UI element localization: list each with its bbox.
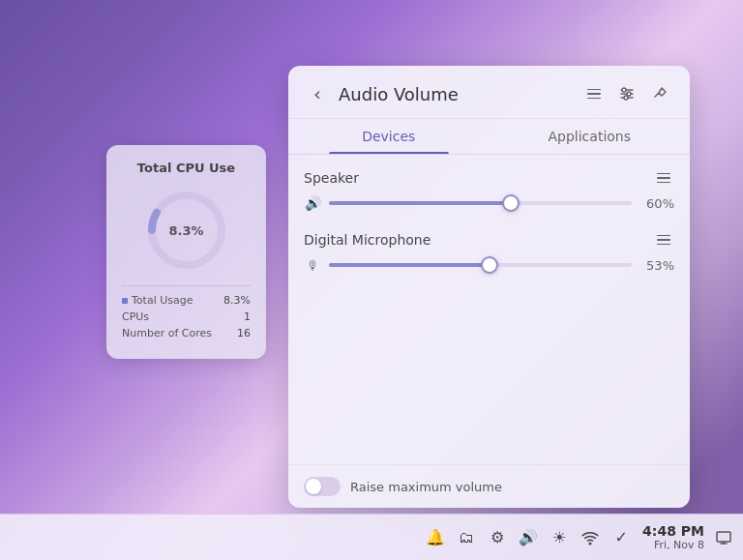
cpu-donut-container: 8.3% [122,187,251,274]
audio-devices-content: Speaker 🔊 60% [288,155,690,464]
taskbar-time: 4:48 PM [642,523,704,540]
speaker-slider-fill [329,201,511,205]
audio-volume-panel: Audio Volume [288,66,690,508]
microphone-name: Digital Microphone [304,232,431,248]
cpu-stats: Total Usage 8.3% CPUs 1 Number of Cores … [122,285,251,339]
total-usage-label: Total Usage [122,294,193,307]
audio-tabs: Devices Applications [288,119,690,155]
speaker-volume-percent: 60% [639,196,674,211]
svg-point-7 [624,96,628,100]
svg-rect-9 [717,532,730,542]
microphone-menu-icon [657,235,670,246]
speaker-slider-track [329,201,632,205]
speaker-slider-container[interactable] [329,193,632,213]
pin-button[interactable] [645,79,674,108]
cpus-value: 1 [244,310,251,323]
svg-point-8 [589,543,591,545]
tab-applications[interactable]: Applications [490,119,691,154]
audio-footer: Raise maximum volume [288,464,690,508]
audio-panel-header: Audio Volume [288,66,690,119]
speaker-name: Speaker [304,170,359,186]
microphone-slider-row: 🎙 53% [304,255,674,275]
cpu-widget-title: Total CPU Use [122,161,251,175]
speaker-menu-icon [657,173,670,184]
cpu-usage-label: 8.3% [168,223,203,238]
checkmark-icon[interactable]: ✓ [608,524,635,551]
microphone-volume-percent: 53% [639,258,674,273]
speaker-slider-row: 🔊 60% [304,193,674,213]
cpu-stat-row: CPUs 1 [122,310,251,323]
speaker-menu-button[interactable] [653,171,674,186]
speaker-slider-thumb[interactable] [502,194,520,212]
chevron-left-icon [313,82,321,105]
cpu-stat-row: Number of Cores 16 [122,327,251,339]
equalizer-button[interactable] [612,79,641,108]
svg-point-5 [622,88,626,92]
files-icon[interactable]: 🗂 [453,524,480,551]
speaker-icon: 🔊 [304,195,321,211]
audio-panel-title: Audio Volume [339,84,580,104]
taskbar-icons: 🔔 🗂 ⚙ 🔊 ☀ ✓ [422,524,635,551]
cores-label: Number of Cores [122,327,212,339]
toggle-knob [306,479,321,494]
taskbar-date: Fri, Nov 8 [654,539,704,551]
show-desktop-button[interactable] [712,522,735,553]
raise-volume-toggle[interactable] [304,477,341,496]
total-usage-value: 8.3% [223,294,251,307]
taskbar-clock[interactable]: 4:48 PM Fri, Nov 8 [642,523,704,552]
speaker-section: Speaker 🔊 60% [304,170,674,213]
cpus-label: CPUs [122,310,149,323]
brightness-icon[interactable]: ☀ [546,524,573,551]
microphone-icon: 🎙 [304,258,321,273]
cpu-widget: Total CPU Use 8.3% Total Usage 8.3% CPUs… [106,145,266,359]
speaker-header: Speaker [304,170,674,186]
hamburger-icon [587,89,601,100]
svg-point-6 [627,92,631,96]
microphone-section: Digital Microphone 🎙 53% [304,232,674,275]
microphone-header: Digital Microphone [304,232,674,248]
raise-volume-label: Raise maximum volume [350,480,502,494]
taskbar: 🔔 🗂 ⚙ 🔊 ☀ ✓ 4:48 PM Fri, Nov 8 [0,514,743,560]
notifications-icon[interactable]: 🔔 [422,524,449,551]
microphone-slider-track [329,263,632,267]
wifi-icon[interactable] [577,524,604,551]
stat-dot [122,298,128,304]
volume-icon[interactable]: 🔊 [515,524,542,551]
cores-value: 16 [237,327,251,339]
microphone-slider-fill [329,263,490,267]
microphone-slider-thumb[interactable] [481,256,498,274]
tab-devices[interactable]: Devices [288,119,490,154]
header-actions [580,79,674,108]
desktop-icon [716,530,731,545]
microphone-menu-button[interactable] [653,233,674,248]
equalizer-icon [619,86,635,102]
settings-icon[interactable]: ⚙ [484,524,511,551]
pin-icon [652,86,668,102]
menu-button[interactable] [580,79,609,108]
back-button[interactable] [304,80,331,107]
cpu-stat-row: Total Usage 8.3% [122,294,251,307]
microphone-slider-container[interactable] [329,255,632,275]
